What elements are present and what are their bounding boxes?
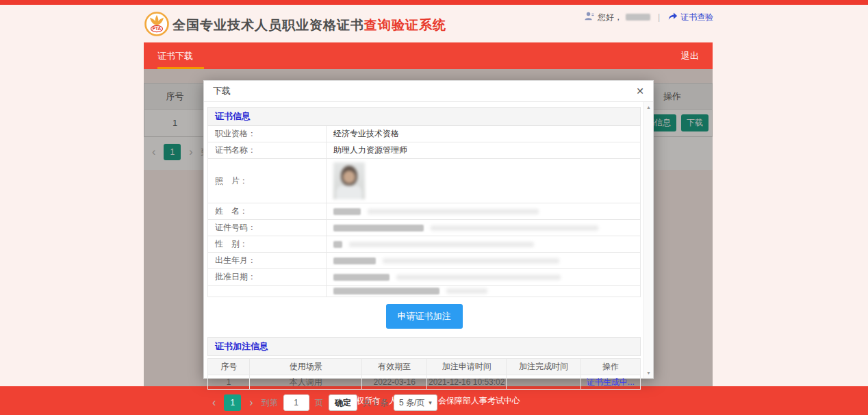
annotation-header-row: 序号 使用场景 有效期至 加注申请时间 加注完成时间 操作 (208, 359, 641, 375)
share-arrow-icon (667, 12, 678, 23)
field-label: 证件号码： (208, 220, 327, 236)
field-value: 助理人力资源管理师 (327, 142, 641, 159)
modal-header: 下载 ✕ (204, 81, 653, 102)
field-value-redacted (327, 236, 641, 253)
verify-certificate-link[interactable]: 证书查验 (667, 12, 713, 23)
page-title-accent: 查询验证系统 (364, 18, 446, 32)
certificate-verification-page: PTA 全国专业技术人员职业资格证书查询验证系统 您好， | (0, 0, 868, 415)
field-label: 批准日期： (208, 269, 327, 286)
confirm-page-button[interactable]: 确定 (329, 394, 357, 411)
page-size-value: 5 条/页 (399, 397, 424, 409)
apply-annotation-button[interactable]: 申请证书加注 (386, 304, 463, 329)
certificate-photo (333, 162, 365, 199)
anno-valid-until: 2022-03-16 (361, 375, 426, 390)
annotation-section-title: 证书加注信息 (207, 337, 641, 356)
current-page-button[interactable]: 1 (224, 394, 241, 411)
page-title-main: 全国专业技术人员职业资格证书 (173, 18, 364, 32)
main-nav: 证书下载 退出 (144, 42, 713, 69)
field-label: 性 别： (208, 236, 327, 253)
scroll-down-icon[interactable]: ▼ (644, 370, 653, 375)
annotation-table: 序号 使用场景 有效期至 加注申请时间 加注完成时间 操作 1 本人调用 202… (207, 358, 641, 390)
total-count-label: 共 1 条 (363, 397, 388, 409)
brand: PTA 全国专业技术人员职业资格证书查询验证系统 (144, 11, 446, 40)
user-name-redacted (626, 14, 650, 21)
field-value-redacted (327, 203, 641, 220)
info-row (208, 286, 641, 297)
info-row: 姓 名： (208, 203, 641, 220)
modal-scrollbar[interactable]: ▲ ▼ (643, 102, 653, 378)
modal-body: 证书信息 职业资格： 经济专业技术资格 证书名称： 助理人力资源管理师 照 片： (204, 102, 653, 378)
page-title: 全国专业技术人员职业资格证书查询验证系统 (173, 16, 446, 34)
modal-title: 下载 (213, 85, 231, 97)
info-row: 证件号码： (208, 220, 641, 236)
anno-scene: 本人调用 (250, 375, 362, 390)
pta-logo-text: PTA (153, 26, 162, 31)
close-icon[interactable]: ✕ (636, 86, 644, 96)
greeting-text: 您好， (598, 12, 622, 23)
top-red-strip (0, 0, 868, 5)
field-value: 经济专业技术资格 (327, 126, 641, 142)
separator: | (658, 12, 660, 22)
anno-col-complete-time: 加注完成时间 (507, 359, 581, 375)
info-row: 证书名称： 助理人力资源管理师 (208, 142, 641, 159)
info-row: 职业资格： 经济专业技术资格 (208, 126, 641, 142)
field-value-redacted (327, 253, 641, 269)
tab-certificate-download-label: 证书下载 (157, 51, 193, 61)
annotation-row: 1 本人调用 2022-03-16 2021-12-16 10:53:02 证书… (208, 375, 641, 390)
verify-link-label: 证书查验 (680, 12, 713, 23)
scroll-up-icon[interactable]: ▲ (644, 105, 653, 110)
field-label: 职业资格： (208, 126, 327, 142)
certificate-generating-link[interactable]: 证书生成中... (587, 377, 635, 387)
logout-button[interactable]: 退出 (667, 50, 713, 62)
goto-suffix-label: 页 (315, 397, 323, 409)
field-value-redacted (327, 269, 641, 286)
field-value-redacted (327, 220, 641, 236)
certificate-info-table: 职业资格： 经济专业技术资格 证书名称： 助理人力资源管理师 照 片： (207, 126, 641, 297)
goto-page-input[interactable] (283, 394, 309, 411)
anno-apply-time: 2021-12-16 10:53:02 (427, 375, 507, 390)
anno-col-scene: 使用场景 (250, 359, 362, 375)
prev-page-icon[interactable]: ‹ (209, 397, 218, 408)
pta-logo-icon: PTA (144, 11, 170, 40)
tab-certificate-download[interactable]: 证书下载 (144, 42, 207, 69)
field-label: 出生年月： (208, 253, 327, 269)
modal-pagination: ‹ 1 › 到第 页 确定 共 1 条 5 条/页 ▾ (207, 390, 641, 411)
anno-complete-time (507, 375, 581, 390)
anno-col-valid: 有效期至 (361, 359, 426, 375)
field-value-redacted (327, 286, 641, 297)
field-label: 姓 名： (208, 203, 327, 220)
field-label: 照 片： (208, 159, 327, 203)
nav-shell: 证书下载 退出 (144, 42, 713, 69)
anno-col-action: 操作 (580, 359, 640, 375)
field-label: 证书名称： (208, 142, 327, 159)
next-page-icon[interactable]: › (246, 397, 255, 408)
anno-col-apply-time: 加注申请时间 (427, 359, 507, 375)
certificate-info-section-title: 证书信息 (207, 107, 641, 126)
user-area: 您好， | 证书查验 (584, 11, 713, 23)
info-row: 性 别： (208, 236, 641, 253)
chevron-down-icon: ▾ (429, 399, 432, 406)
info-row: 出生年月： (208, 253, 641, 269)
info-row-photo: 照 片： (208, 159, 641, 203)
download-modal: 下载 ✕ 证书信息 职业资格： 经济专业技术资格 证书名称： 助理人力资源管理师… (203, 80, 654, 379)
apply-button-row: 申请证书加注 (207, 304, 641, 329)
user-icon (584, 11, 594, 23)
page-size-select[interactable]: 5 条/页 ▾ (394, 394, 437, 411)
anno-col-index: 序号 (208, 359, 250, 375)
field-label (208, 286, 327, 297)
field-value-photo (327, 159, 641, 203)
site-header: PTA 全国专业技术人员职业资格证书查询验证系统 您好， | (0, 5, 868, 42)
anno-index: 1 (208, 375, 250, 390)
info-row: 批准日期： (208, 269, 641, 286)
goto-prefix-label: 到第 (261, 397, 278, 409)
